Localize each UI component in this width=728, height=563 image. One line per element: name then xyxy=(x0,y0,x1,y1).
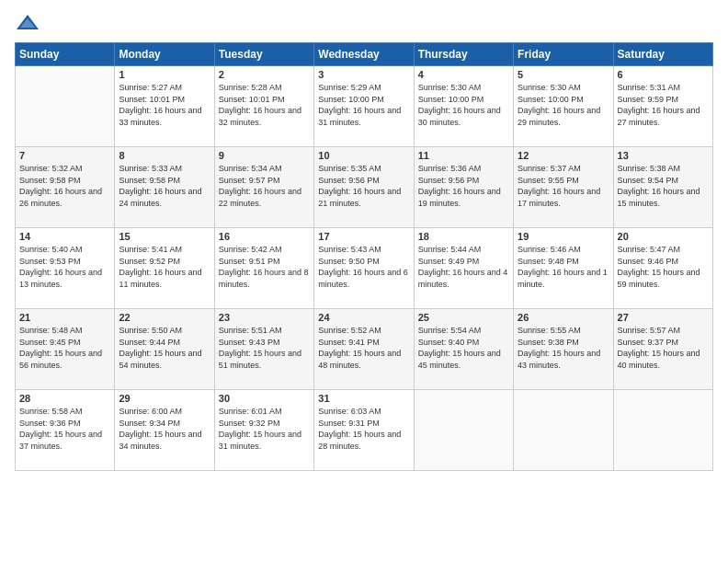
daylight-text: Daylight: 16 hours and 21 minutes. xyxy=(318,186,409,209)
calendar-header-row: SundayMondayTuesdayWednesdayThursdayFrid… xyxy=(16,43,713,66)
day-info: Sunrise: 6:01 AM Sunset: 9:32 PM Dayligh… xyxy=(219,406,310,452)
daylight-text: Daylight: 16 hours and 4 minutes. xyxy=(418,267,509,290)
sunrise-text: Sunrise: 5:40 AM xyxy=(19,244,110,256)
sunset-text: Sunset: 10:00 PM xyxy=(318,94,409,106)
day-info: Sunrise: 5:40 AM Sunset: 9:53 PM Dayligh… xyxy=(19,244,110,290)
day-number: 1 xyxy=(119,69,210,80)
sunrise-text: Sunrise: 5:37 AM xyxy=(518,163,609,175)
daylight-text: Daylight: 15 hours and 56 minutes. xyxy=(19,348,110,371)
sunrise-text: Sunrise: 5:41 AM xyxy=(119,244,210,256)
day-number: 17 xyxy=(318,231,409,242)
calendar-cell: 9 Sunrise: 5:34 AM Sunset: 9:57 PM Dayli… xyxy=(214,147,313,228)
day-info: Sunrise: 5:48 AM Sunset: 9:45 PM Dayligh… xyxy=(19,325,110,371)
daylight-text: Daylight: 16 hours and 29 minutes. xyxy=(518,105,609,128)
day-number: 29 xyxy=(119,393,210,404)
sunrise-text: Sunrise: 5:52 AM xyxy=(318,325,409,337)
daylight-text: Daylight: 16 hours and 13 minutes. xyxy=(19,267,110,290)
calendar-cell: 23 Sunrise: 5:51 AM Sunset: 9:43 PM Dayl… xyxy=(214,309,313,390)
sunrise-text: Sunrise: 5:38 AM xyxy=(618,163,709,175)
daylight-text: Daylight: 16 hours and 8 minutes. xyxy=(219,267,310,290)
calendar-header-saturday: Saturday xyxy=(613,43,712,66)
sunrise-text: Sunrise: 5:32 AM xyxy=(19,163,110,175)
sunset-text: Sunset: 9:56 PM xyxy=(318,175,409,187)
day-number: 22 xyxy=(119,312,210,323)
day-number: 14 xyxy=(19,231,110,242)
day-number: 5 xyxy=(518,69,609,80)
day-number: 9 xyxy=(219,150,310,161)
day-info: Sunrise: 5:55 AM Sunset: 9:38 PM Dayligh… xyxy=(518,325,609,371)
day-info: Sunrise: 5:38 AM Sunset: 9:54 PM Dayligh… xyxy=(618,163,709,209)
sunset-text: Sunset: 9:41 PM xyxy=(318,337,409,349)
day-number: 23 xyxy=(219,312,310,323)
day-number: 7 xyxy=(19,150,110,161)
day-info: Sunrise: 5:33 AM Sunset: 9:58 PM Dayligh… xyxy=(119,163,210,209)
calendar-cell: 20 Sunrise: 5:47 AM Sunset: 9:46 PM Dayl… xyxy=(613,228,712,309)
sunset-text: Sunset: 9:36 PM xyxy=(19,418,110,430)
sunset-text: Sunset: 9:54 PM xyxy=(618,175,709,187)
day-info: Sunrise: 5:36 AM Sunset: 9:56 PM Dayligh… xyxy=(418,163,509,209)
sunrise-text: Sunrise: 5:29 AM xyxy=(318,82,409,94)
day-number: 19 xyxy=(518,231,609,242)
sunset-text: Sunset: 9:52 PM xyxy=(119,256,210,268)
daylight-text: Daylight: 16 hours and 30 minutes. xyxy=(418,105,509,128)
day-info: Sunrise: 5:29 AM Sunset: 10:00 PM Daylig… xyxy=(318,82,409,128)
day-info: Sunrise: 5:42 AM Sunset: 9:51 PM Dayligh… xyxy=(219,244,310,290)
calendar-cell: 3 Sunrise: 5:29 AM Sunset: 10:00 PM Dayl… xyxy=(314,66,414,147)
sunset-text: Sunset: 10:00 PM xyxy=(518,94,609,106)
calendar-cell xyxy=(613,390,712,471)
day-number: 4 xyxy=(418,69,509,80)
daylight-text: Daylight: 15 hours and 54 minutes. xyxy=(119,348,210,371)
daylight-text: Daylight: 15 hours and 28 minutes. xyxy=(318,429,409,452)
sunset-text: Sunset: 9:59 PM xyxy=(618,94,709,106)
daylight-text: Daylight: 16 hours and 31 minutes. xyxy=(318,105,409,128)
daylight-text: Daylight: 15 hours and 51 minutes. xyxy=(219,348,310,371)
sunset-text: Sunset: 9:34 PM xyxy=(119,418,210,430)
sunset-text: Sunset: 9:48 PM xyxy=(518,256,609,268)
daylight-text: Daylight: 16 hours and 6 minutes. xyxy=(318,267,409,290)
sunrise-text: Sunrise: 6:00 AM xyxy=(119,406,210,418)
sunrise-text: Sunrise: 5:54 AM xyxy=(418,325,509,337)
day-info: Sunrise: 5:46 AM Sunset: 9:48 PM Dayligh… xyxy=(518,244,609,290)
calendar-cell: 28 Sunrise: 5:58 AM Sunset: 9:36 PM Dayl… xyxy=(16,390,115,471)
day-info: Sunrise: 5:54 AM Sunset: 9:40 PM Dayligh… xyxy=(418,325,509,371)
sunrise-text: Sunrise: 5:55 AM xyxy=(518,325,609,337)
daylight-text: Daylight: 15 hours and 59 minutes. xyxy=(618,267,709,290)
day-number: 10 xyxy=(318,150,409,161)
calendar-cell: 31 Sunrise: 6:03 AM Sunset: 9:31 PM Dayl… xyxy=(314,390,414,471)
calendar-cell: 30 Sunrise: 6:01 AM Sunset: 9:32 PM Dayl… xyxy=(214,390,313,471)
calendar-table: SundayMondayTuesdayWednesdayThursdayFrid… xyxy=(15,42,713,471)
sunrise-text: Sunrise: 5:58 AM xyxy=(19,406,110,418)
calendar-week-row: 7 Sunrise: 5:32 AM Sunset: 9:58 PM Dayli… xyxy=(16,147,713,228)
day-info: Sunrise: 5:34 AM Sunset: 9:57 PM Dayligh… xyxy=(219,163,310,209)
sunrise-text: Sunrise: 5:34 AM xyxy=(219,163,310,175)
sunset-text: Sunset: 9:37 PM xyxy=(618,337,709,349)
day-number: 6 xyxy=(618,69,709,80)
calendar-cell: 8 Sunrise: 5:33 AM Sunset: 9:58 PM Dayli… xyxy=(115,147,214,228)
sunset-text: Sunset: 9:57 PM xyxy=(219,175,310,187)
day-number: 11 xyxy=(418,150,509,161)
day-info: Sunrise: 5:31 AM Sunset: 9:59 PM Dayligh… xyxy=(618,82,709,128)
sunrise-text: Sunrise: 5:33 AM xyxy=(119,163,210,175)
calendar-cell: 17 Sunrise: 5:43 AM Sunset: 9:50 PM Dayl… xyxy=(314,228,414,309)
calendar-cell: 16 Sunrise: 5:42 AM Sunset: 9:51 PM Dayl… xyxy=(214,228,313,309)
daylight-text: Daylight: 15 hours and 48 minutes. xyxy=(318,348,409,371)
calendar-cell: 21 Sunrise: 5:48 AM Sunset: 9:45 PM Dayl… xyxy=(16,309,115,390)
calendar-header-thursday: Thursday xyxy=(414,43,513,66)
sunrise-text: Sunrise: 5:43 AM xyxy=(318,244,409,256)
day-number: 16 xyxy=(219,231,310,242)
day-number: 13 xyxy=(618,150,709,161)
calendar-header-sunday: Sunday xyxy=(16,43,115,66)
day-info: Sunrise: 5:58 AM Sunset: 9:36 PM Dayligh… xyxy=(19,406,110,452)
sunrise-text: Sunrise: 5:28 AM xyxy=(219,82,310,94)
sunset-text: Sunset: 9:31 PM xyxy=(318,418,409,430)
sunset-text: Sunset: 9:40 PM xyxy=(418,337,509,349)
daylight-text: Daylight: 15 hours and 43 minutes. xyxy=(518,348,609,371)
sunset-text: Sunset: 9:58 PM xyxy=(19,175,110,187)
daylight-text: Daylight: 16 hours and 17 minutes. xyxy=(518,186,609,209)
day-info: Sunrise: 5:47 AM Sunset: 9:46 PM Dayligh… xyxy=(618,244,709,290)
sunset-text: Sunset: 9:44 PM xyxy=(119,337,210,349)
sunset-text: Sunset: 10:01 PM xyxy=(219,94,310,106)
calendar-cell xyxy=(414,390,513,471)
day-number: 12 xyxy=(518,150,609,161)
sunrise-text: Sunrise: 5:57 AM xyxy=(618,325,709,337)
